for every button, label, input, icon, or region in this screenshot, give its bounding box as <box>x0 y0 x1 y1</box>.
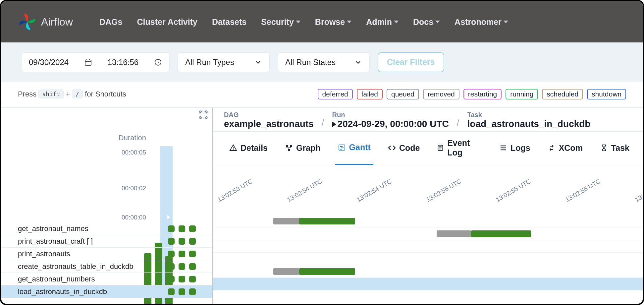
task-label: print_astronauts <box>18 250 70 258</box>
task-status-dot[interactable] <box>189 251 196 257</box>
gantt-bar-queued[interactable] <box>273 268 299 275</box>
task-row[interactable]: create_astronauts_table_in_duckdb <box>1 260 212 273</box>
gantt-bar-running[interactable] <box>471 230 531 237</box>
svg-rect-12 <box>341 148 344 148</box>
tab-gantt[interactable]: Gantt <box>335 134 373 165</box>
status-running[interactable]: running <box>506 89 538 99</box>
gantt-chart: 13:02:53 UTC13:02:54 UTC13:02:54 UTC13:0… <box>213 165 643 284</box>
task-status-dot[interactable] <box>179 263 185 270</box>
task-status-dot[interactable] <box>179 225 185 232</box>
task-label: get_astronaut_names <box>18 224 88 233</box>
svg-rect-11 <box>340 146 343 147</box>
detail-panel: DAG example_astronauts / Run 2024-09-29,… <box>213 108 643 305</box>
status-failed[interactable]: failed <box>357 89 383 99</box>
tab-xcom[interactable]: XCom <box>545 134 585 165</box>
status-removed[interactable]: removed <box>423 89 459 99</box>
task-status-dot[interactable] <box>179 276 185 282</box>
gantt-row <box>213 227 643 240</box>
svg-point-6 <box>233 149 234 150</box>
task-status-dot[interactable] <box>179 251 185 257</box>
gantt-bar-queued[interactable] <box>437 230 471 237</box>
airflow-pinwheel-icon <box>17 12 37 32</box>
run-types-select[interactable]: All Run Types <box>178 52 270 72</box>
gantt-row <box>213 215 643 227</box>
tab-details[interactable]: Details <box>227 134 270 165</box>
task-label: create_astronauts_table_in_duckdb <box>18 262 134 271</box>
tab-event-log[interactable]: Event Log <box>434 134 485 165</box>
chevron-down-icon <box>347 21 351 23</box>
clock-icon <box>154 58 162 66</box>
gantt-row <box>213 253 643 265</box>
gantt-bar-running[interactable] <box>299 218 355 224</box>
task-status-dot[interactable] <box>168 238 175 245</box>
run-states-select[interactable]: All Run States <box>278 52 370 72</box>
nav-security[interactable]: Security <box>261 17 300 27</box>
gantt-bar-running[interactable] <box>299 268 355 275</box>
svg-rect-0 <box>85 60 91 65</box>
nav-admin[interactable]: Admin <box>366 17 399 27</box>
event-log-icon <box>437 144 444 152</box>
task-status-dot[interactable] <box>189 263 196 270</box>
status-scheduled[interactable]: scheduled <box>542 89 583 99</box>
task-status-dot[interactable] <box>168 251 175 257</box>
chevron-down-icon <box>354 58 362 66</box>
svg-rect-9 <box>288 149 290 151</box>
clear-filters-button[interactable]: Clear Filters <box>378 52 444 72</box>
task-status-dot[interactable] <box>179 238 185 245</box>
chevron-down-icon <box>504 21 508 23</box>
datetime-picker[interactable]: 09/30/2024 13:16:56 <box>21 52 170 72</box>
status-shutdown[interactable]: shutdown <box>587 89 626 99</box>
tab-task[interactable]: Task <box>597 134 632 165</box>
task-label: get_astronaut_numbers <box>18 275 95 283</box>
nav-astronomer[interactable]: Astronomer <box>455 17 508 27</box>
nav-cluster-activity[interactable]: Cluster Activity <box>137 17 197 27</box>
time-axis-label: 13:02:54 UTC <box>286 178 323 204</box>
status-deferred[interactable]: deferred <box>318 89 353 99</box>
svg-rect-8 <box>290 145 292 147</box>
task-status-dot[interactable] <box>179 288 185 295</box>
status-queued[interactable]: queued <box>387 89 419 99</box>
task-status-dot[interactable] <box>168 263 175 270</box>
task-row[interactable]: get_astronaut_numbers <box>1 273 212 285</box>
task-status-dot[interactable] <box>168 225 175 232</box>
crumb-task[interactable]: load_astronauts_in_duckdb <box>467 119 591 129</box>
chevron-down-icon <box>296 21 300 23</box>
shortcuts-row: Press shift + / for Shortcuts deferredfa… <box>1 82 643 102</box>
crumb-run[interactable]: 2024-09-29, 00:00:00 UTC <box>332 119 449 129</box>
details-icon <box>229 144 237 152</box>
chevron-down-icon <box>394 21 399 23</box>
task-status-dot[interactable] <box>189 288 196 295</box>
brand-text: Airflow <box>41 16 73 28</box>
chevron-down-icon <box>254 58 262 66</box>
task-icon <box>600 144 608 152</box>
task-status-dot[interactable] <box>189 225 196 232</box>
nav-docs[interactable]: Docs <box>413 17 440 27</box>
collapse-icon[interactable] <box>198 110 208 120</box>
nav-dags[interactable]: DAGs <box>99 17 122 27</box>
nav-browse[interactable]: Browse <box>315 17 351 27</box>
time-axis-label: 13:02:54 UTC <box>355 178 393 204</box>
tab-logs[interactable]: Logs <box>497 134 533 165</box>
svg-rect-7 <box>286 145 288 147</box>
tab-graph[interactable]: Graph <box>282 134 323 165</box>
crumb-dag[interactable]: example_astronauts <box>224 119 314 129</box>
tab-code[interactable]: Code <box>385 134 423 165</box>
play-indicator-icon <box>167 215 170 219</box>
task-row[interactable]: load_astronauts_in_duckdb <box>1 285 212 298</box>
task-row[interactable]: print_astronauts <box>1 248 212 260</box>
brand-logo[interactable]: Airflow <box>17 12 73 32</box>
task-status-dot[interactable] <box>168 276 175 282</box>
task-status-dot[interactable] <box>189 276 196 282</box>
date-value: 09/30/2024 <box>29 58 69 67</box>
task-status-dot[interactable] <box>189 238 196 245</box>
gantt-row <box>213 265 643 278</box>
task-row[interactable]: get_astronaut_names <box>1 222 212 235</box>
nav-datasets[interactable]: Datasets <box>212 17 246 27</box>
task-row[interactable]: print_astronaut_craft [ ] <box>1 235 212 248</box>
grid-panel: Duration 00:00:05 00:00:02 00:00:00 get_… <box>1 108 213 305</box>
play-icon <box>332 122 336 127</box>
status-restarting[interactable]: restarting <box>463 89 502 99</box>
duration-label: Duration <box>119 134 146 142</box>
gantt-bar-queued[interactable] <box>273 218 299 224</box>
task-status-dot[interactable] <box>168 288 175 295</box>
